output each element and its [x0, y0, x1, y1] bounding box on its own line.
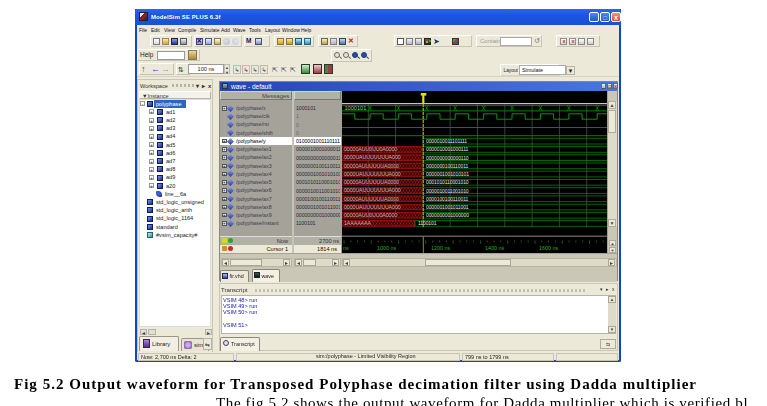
svg-text:0000001001010101: 0000001001010101: [426, 171, 469, 177]
svg-text:00000AUUUUUUA0000: 00000AUUUUUUA0000: [344, 179, 399, 185]
svg-text:00000AUU0UU0A0000: 00000AUU0UU0A0000: [344, 212, 397, 218]
svg-text:0000UAUUUUUUUA000: 0000UAUUUUUUUA000: [344, 204, 401, 210]
svg-text:0000UAUUUUUUUA000: 0000UAUUUUUUUA000: [344, 154, 401, 160]
svg-text:0000UAUUUUUUUA000: 0000UAUUUUUUUA000: [344, 187, 401, 193]
svg-text:0000010011001010: 0000010011001010: [426, 188, 469, 194]
svg-text:0000UAUUUUUUUA000: 0000UAUUUUUUUA000: [344, 171, 401, 177]
svg-text:0000100100110011: 0000100100110011: [426, 196, 468, 202]
svg-text:1000 ns: 1000 ns: [377, 245, 396, 251]
svg-text:ns: ns: [343, 245, 349, 251]
svg-text:1400 ns: 1400 ns: [485, 245, 504, 251]
svg-text:1600 ns: 1600 ns: [539, 245, 558, 251]
svg-text:00000AUUUUUUA0000: 00000AUUUUUUA0000: [344, 196, 399, 202]
svg-text:0000010001000111: 0000010001000111: [426, 146, 468, 152]
svg-text:0001010110001010: 0001010110001010: [426, 179, 469, 185]
svg-text:1100101: 1100101: [418, 220, 437, 226]
svg-text:0000000000000110: 0000000000000110: [426, 155, 469, 161]
svg-text:1200 ns: 1200 ns: [431, 245, 450, 251]
svg-text:00000AUU0UU0A0000: 00000AUU0UU0A0000: [344, 146, 397, 152]
svg-text:0000000001000000: 0000000001000000: [426, 212, 469, 218]
svg-text:00000AUUUUUUA0000: 00000AUUUUUUA0000: [344, 163, 399, 169]
svg-text:0000000100110011: 0000000100110011: [426, 163, 468, 169]
svg-text:0000010011101111: 0000010011101111: [426, 138, 467, 144]
svg-text:1AAAAAAA: 1AAAAAAA: [344, 220, 371, 226]
svg-text:1000101: 1000101: [345, 105, 367, 111]
svg-text:0000001001011001: 0000001001011001: [426, 204, 469, 210]
